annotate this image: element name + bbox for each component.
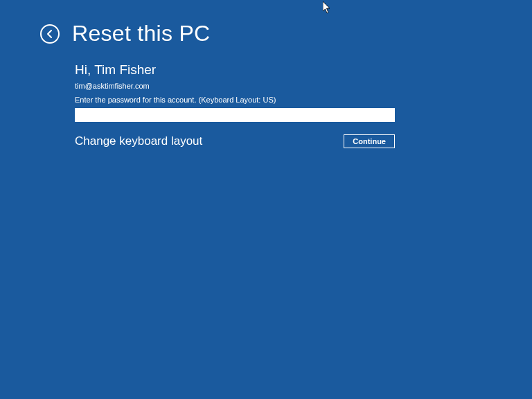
continue-button[interactable]: Continue [344,134,395,148]
password-input[interactable] [75,108,395,122]
account-email: tim@asktimfisher.com [75,82,395,90]
change-keyboard-layout-link[interactable]: Change keyboard layout [75,134,202,148]
back-icon[interactable] [40,24,60,44]
password-prompt: Enter the password for this account. (Ke… [75,96,395,104]
greeting-text: Hi, Tim Fisher [75,62,395,78]
cursor-icon [323,1,331,17]
content-area: Hi, Tim Fisher tim@asktimfisher.com Ente… [75,62,395,122]
page-title: Reset this PC [72,21,211,46]
footer-row: Change keyboard layout Continue [75,134,395,148]
header: Reset this PC [40,21,211,46]
